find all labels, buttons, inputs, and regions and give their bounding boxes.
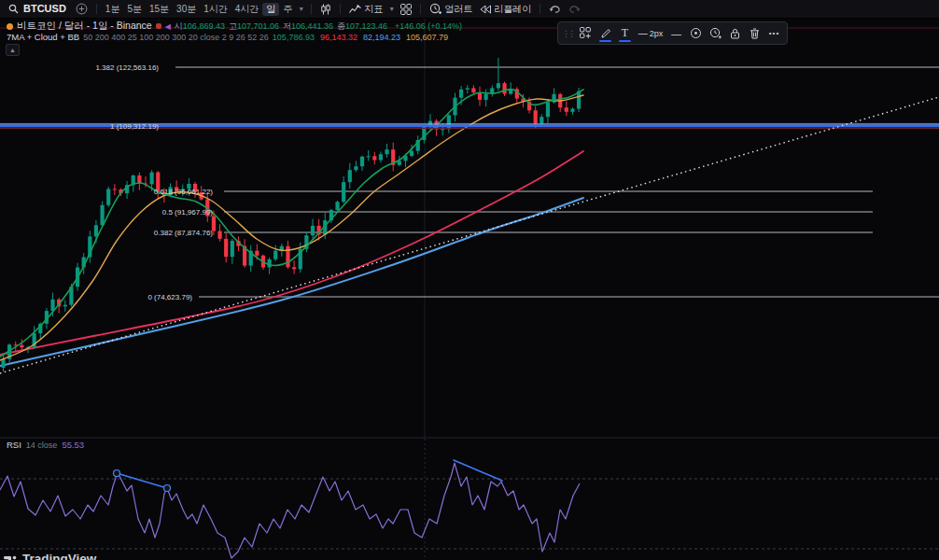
indicator-value: 82,194.23 xyxy=(363,33,400,42)
toolbar-separator xyxy=(540,4,540,14)
interval-group: 1분5분15분30분1시간4시간일주 xyxy=(102,3,297,16)
undo-icon xyxy=(549,4,561,14)
line-width-button[interactable]: — 2px xyxy=(635,24,666,42)
legend-collapse-button[interactable]: ▲ xyxy=(6,44,20,56)
legend-red-badge-icon xyxy=(156,23,161,29)
dotted-trendline[interactable] xyxy=(0,97,939,373)
ohlc-value: 107,123.46 xyxy=(345,21,387,31)
trading-app-window: BTCUSD 1분5분15분30분1시간4시간일주 ▼ xyxy=(0,0,939,560)
alert-label: 얼러트 xyxy=(444,5,472,14)
chart-style-button[interactable] xyxy=(316,3,335,16)
legend-purple-icon: ◀ xyxy=(165,22,171,31)
tradingview-logo[interactable]: TradingView xyxy=(4,552,96,560)
replay-label: 리플레이 xyxy=(494,5,531,14)
drawing-template-button[interactable] xyxy=(576,24,596,42)
tradingview-logo-icon xyxy=(4,553,18,560)
ohlc-key: 저 xyxy=(283,21,291,31)
toolbar-drag-handle[interactable]: ⋮⋮ xyxy=(561,29,576,38)
indicators-chevron-down-icon[interactable]: ▼ xyxy=(386,6,397,12)
trendline-handle xyxy=(114,470,120,477)
more-options-button[interactable]: ••• xyxy=(764,24,784,42)
lock-icon xyxy=(730,28,740,39)
interval-일[interactable]: 일 xyxy=(262,3,279,16)
interval-30분[interactable]: 30분 xyxy=(173,3,200,16)
fib-level-label-1.382[interactable]: 1.382 (122,563.16) xyxy=(95,63,159,72)
indicator-name[interactable]: 7MA + Cloud + BB xyxy=(7,32,79,42)
replay-button[interactable]: 리플레이 xyxy=(476,4,535,15)
interval-1시간[interactable]: 1시간 xyxy=(200,3,231,16)
trendline-handle xyxy=(164,485,171,492)
interval-chevron-down-icon[interactable]: ▼ xyxy=(296,6,306,12)
rsi-trendline-2[interactable] xyxy=(454,460,502,481)
rsi-value: 55.53 xyxy=(62,440,84,450)
color-underline xyxy=(619,40,631,42)
trash-icon xyxy=(750,28,760,39)
symbol-logo-icon xyxy=(7,23,13,30)
layout-grid-icon xyxy=(400,4,412,15)
fib-level-label-0.382[interactable]: 0.382 (87,874.76) xyxy=(154,229,213,237)
rsi-legend-row: RSI 14 close 55.53 xyxy=(7,440,84,450)
text-color-button[interactable]: T xyxy=(615,24,635,42)
interval-1분[interactable]: 1분 xyxy=(102,3,124,16)
ohlc-key: 시 xyxy=(175,21,183,31)
symbol-search-button[interactable]: BTCUSD xyxy=(5,3,72,15)
ellipsis-icon: ••• xyxy=(769,29,779,37)
interval-15분[interactable]: 15분 xyxy=(146,3,173,16)
indicators-icon xyxy=(349,4,361,14)
top-toolbar: BTCUSD 1분5분15분30분1시간4시간일주 ▼ xyxy=(0,0,939,19)
compare-add-button[interactable] xyxy=(72,2,91,16)
delete-button[interactable] xyxy=(745,24,764,42)
indicators-label: 지표 xyxy=(364,5,383,14)
line-color-button[interactable] xyxy=(596,24,615,42)
indicator-legend-row: 7MA + Cloud + BB 50 200 400 25 100 200 3… xyxy=(7,32,454,42)
candlesticks[interactable] xyxy=(1,58,581,371)
interval-4시간[interactable]: 4시간 xyxy=(231,3,263,16)
ohlc-values: 시106,869.43고107,701.06저106,441.36종107,12… xyxy=(175,21,391,33)
toolbar-separator xyxy=(96,4,97,14)
text-icon: T xyxy=(622,26,628,40)
alert-button[interactable]: 얼러트 xyxy=(426,2,476,16)
rsi-name[interactable]: RSI xyxy=(7,440,21,450)
drawing-floating-toolbar: ⋮⋮ T — 2px — xyxy=(557,21,788,45)
line-style-button[interactable]: — xyxy=(666,24,686,42)
add-alert-button[interactable] xyxy=(706,24,725,42)
candlestick-icon xyxy=(320,4,331,15)
line-extend-button[interactable] xyxy=(686,24,706,42)
indicator-params: 50 200 400 25 100 200 300 20 close 2 9 2… xyxy=(83,33,269,42)
ma-line-green xyxy=(0,90,583,357)
change-value: +146.06 (+0.14%) xyxy=(395,21,462,31)
pencil-icon xyxy=(600,28,611,39)
search-icon xyxy=(8,4,19,14)
interval-5분[interactable]: 5분 xyxy=(123,3,146,16)
fib-level-label-0.5[interactable]: 0.5 (91,967.99) xyxy=(162,208,213,217)
fib-level-label-0.618[interactable]: 0.618 (96,061.22) xyxy=(154,188,213,196)
interval-주[interactable]: 주 xyxy=(279,3,296,16)
line-style-icon: — xyxy=(671,28,681,39)
fib-level-label-0[interactable]: 0 (74,623.79) xyxy=(147,293,192,301)
symbol-legend-row: 비트코인 / 달러 - 1일 - Binance ◀ 시106,869.43고1… xyxy=(7,20,462,33)
ohlc-key: 고 xyxy=(229,21,237,31)
indicator-value: 96,143.32 xyxy=(320,33,357,42)
target-circle-icon xyxy=(690,27,702,39)
redo-button[interactable] xyxy=(565,3,584,15)
undo-button[interactable] xyxy=(545,3,565,15)
line-width-icon: — xyxy=(638,28,648,38)
ma-line-red xyxy=(0,151,583,355)
redo-icon xyxy=(568,4,581,14)
layout-button[interactable] xyxy=(397,3,415,16)
alert-clock-plus-icon xyxy=(709,27,722,39)
color-underline xyxy=(599,40,611,42)
symbol-title[interactable]: 비트코인 / 달러 - 1일 - Binance xyxy=(17,20,152,33)
symbol-name: BTCUSD xyxy=(21,4,68,14)
ma-line-blue xyxy=(0,198,583,366)
lock-button[interactable] xyxy=(725,24,745,42)
ohlc-key: 종 xyxy=(337,21,345,31)
indicators-button[interactable]: 지표 xyxy=(345,3,386,15)
replay-rewind-icon xyxy=(480,5,491,14)
price-chart-canvas[interactable] xyxy=(0,0,939,560)
fib-level-label-1[interactable]: 1 (109,312.19) xyxy=(110,122,159,131)
line-width-value: 2px xyxy=(650,29,664,38)
rsi-params: 14 close xyxy=(26,441,58,450)
indicator-value: 105,786.93 xyxy=(273,33,315,42)
ohlc-value: 107,701.06 xyxy=(237,21,279,31)
